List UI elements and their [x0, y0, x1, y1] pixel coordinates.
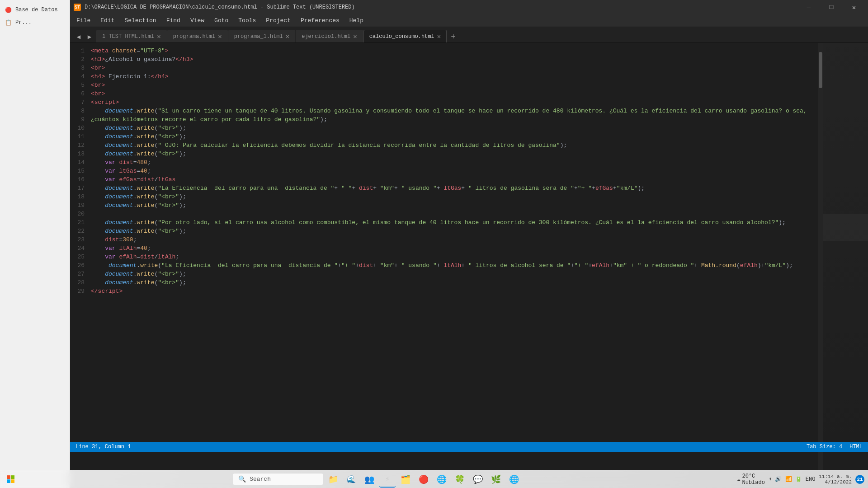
taskbar-discord[interactable]: 💬	[470, 471, 486, 488]
titlebar: ST D:\ORACLE\LOGICA DE PROGRAMACION\calc…	[70, 0, 868, 14]
code-line-5: <br>	[91, 81, 818, 89]
minimap-highlight	[823, 214, 868, 241]
weather-info: 20°C Nublado	[742, 473, 765, 486]
weather-desc: Nublado	[742, 479, 765, 486]
bookmark-pr[interactable]: 📋 Pr...	[0, 16, 70, 29]
taskbar-chrome2[interactable]: 🌐	[506, 471, 522, 488]
minimap	[823, 43, 868, 470]
editor-scrollbar[interactable]	[818, 43, 823, 470]
code-line-4: <h4> Ejercicio 1:</h4>	[91, 72, 818, 81]
statusbar-left: Line 31, Column 1	[75, 444, 131, 450]
code-line-1: <meta charset="UTF-8">	[91, 47, 818, 55]
menu-file[interactable]: File	[72, 16, 95, 25]
line-num-9: 9	[70, 115, 89, 124]
code-line-13: var dist=480;	[91, 158, 818, 167]
minimize-button[interactable]: ─	[798, 0, 819, 14]
line-num-19: 19	[70, 201, 89, 210]
line-num-22: 22	[70, 227, 89, 235]
code-line-14: var ltGas=40;	[91, 167, 818, 175]
code-line-16: document.write("La Eficiencia del carro …	[91, 184, 818, 192]
menu-selection[interactable]: Selection	[120, 16, 160, 25]
line-num-18: 18	[70, 192, 89, 201]
app-icon: ST	[74, 4, 81, 11]
code-line-29	[91, 296, 818, 304]
tabsbar: ◀ ▶ 1 TEST HTML.html ✕ programa.html ✕ p…	[70, 27, 868, 43]
pr-icon: 📋	[5, 19, 12, 26]
code-line-7: <script>	[91, 98, 818, 107]
code-line-27: document.write("<br>");	[91, 278, 818, 287]
line-num-10: 10	[70, 124, 89, 132]
line-num-20: 20	[70, 210, 89, 218]
tab-test-html[interactable]: 1 TEST HTML.html ✕	[96, 30, 167, 42]
taskbar-evernote[interactable]: 🍀	[452, 471, 468, 488]
line-gutter: 1 2 3 4 5 6 7 8 9 10 11 12 13 14 15 16 1	[70, 43, 89, 470]
taskbar-edge[interactable]: 🌊	[343, 471, 359, 488]
line-num-14: 14	[70, 158, 89, 167]
tab-add-button[interactable]: +	[447, 33, 459, 42]
nav-forward[interactable]: ▶	[85, 32, 94, 42]
menu-edit[interactable]: Edit	[96, 16, 119, 25]
weather-icon: ☁️	[737, 476, 740, 483]
taskbar-sublime[interactable]: ⚡	[379, 471, 396, 488]
taskbar-chrome[interactable]: 🌐	[434, 471, 450, 488]
windows-logo-icon	[7, 475, 15, 483]
search-box[interactable]: 🔍 Search	[233, 474, 323, 485]
statusbar: Line 31, Column 1 Tab Size: 4 HTML	[70, 442, 868, 452]
tab-programa-1-label: programa_1.html	[234, 33, 283, 40]
menubar: File Edit Selection Find View Goto Tools…	[70, 14, 868, 27]
close-button[interactable]: ✕	[844, 0, 864, 14]
language: HTML	[849, 444, 863, 450]
left-panel: 🔴 Base de Datos 📋 Pr...	[0, 0, 70, 488]
code-line-9: document.write("<br>");	[91, 124, 818, 132]
tab-programa-close[interactable]: ✕	[218, 33, 222, 40]
taskbar-meet[interactable]: 👥	[361, 471, 377, 488]
titlebar-controls: ─ □ ✕	[798, 0, 864, 14]
taskbar-sourcetree[interactable]: 🌿	[488, 471, 504, 488]
menu-preferences[interactable]: Preferences	[296, 16, 344, 25]
nav-back[interactable]: ◀	[74, 32, 84, 42]
tab-calculo[interactable]: calculo_consumo.html ✕	[363, 30, 447, 42]
tab-calculo-label: calculo_consumo.html	[369, 33, 434, 40]
maximize-button[interactable]: □	[821, 0, 842, 14]
clock-time: 11:14 a. m.	[819, 474, 852, 479]
titlebar-left: ST D:\ORACLE\LOGICA DE PROGRAMACION\calc…	[74, 4, 355, 11]
code-line-18: document.write("<br>");	[91, 201, 818, 210]
menu-tools[interactable]: Tools	[234, 16, 260, 25]
tab-ejercicio1-label: ejercicio1.html	[302, 33, 350, 40]
tab-test-html-close[interactable]: ✕	[157, 33, 160, 40]
tray-icons: ⬆ 🔊 📶 🔋	[769, 476, 802, 483]
code-line-25: document.write("La Eficiencia del carro …	[91, 261, 818, 270]
tab-ejercicio1[interactable]: ejercicio1.html ✕	[296, 30, 363, 42]
menu-find[interactable]: Find	[162, 16, 185, 25]
taskbar-file-manager[interactable]: 📁	[325, 471, 341, 488]
line-num-8: 8	[70, 107, 89, 115]
menu-project[interactable]: Project	[261, 16, 295, 25]
system-tray: ⬆ 🔊 📶 🔋 ENG	[769, 476, 815, 483]
code-line-23: var ltAlh=40;	[91, 244, 818, 253]
search-label: Search	[250, 476, 271, 483]
tab-programa-1[interactable]: programa_1.html ✕	[228, 30, 295, 42]
code-line-8: document.write("Si un carro tiene un tan…	[91, 107, 818, 124]
tab-programa[interactable]: programa.html ✕	[167, 30, 228, 42]
tab-calculo-close[interactable]: ✕	[437, 33, 441, 40]
svg-rect-0	[7, 475, 10, 479]
scroll-thumb[interactable]	[819, 52, 822, 88]
line-num-11: 11	[70, 132, 89, 141]
tab-ejercicio1-close[interactable]: ✕	[353, 33, 357, 40]
line-num-16: 16	[70, 175, 89, 184]
tab-programa-1-close[interactable]: ✕	[286, 33, 289, 40]
clock-date: 4/12/2022	[819, 479, 852, 485]
tab-size: Tab Size: 4	[807, 444, 842, 450]
taskbar-folder[interactable]: 🗂️	[397, 471, 414, 488]
menu-view[interactable]: View	[186, 16, 209, 25]
bookmark-base-datos[interactable]: 🔴 Base de Datos	[0, 4, 70, 16]
code-line-17: document.write("<br>");	[91, 192, 818, 201]
tab-programa-label: programa.html	[173, 33, 216, 40]
menu-help[interactable]: Help	[345, 16, 368, 25]
menu-goto[interactable]: Goto	[210, 16, 233, 25]
notification-badge[interactable]: 21	[855, 475, 864, 484]
svg-rect-3	[11, 479, 14, 483]
start-button[interactable]	[4, 472, 18, 487]
taskbar-photos[interactable]: 🔴	[415, 471, 432, 488]
line-num-6: 6	[70, 89, 89, 98]
